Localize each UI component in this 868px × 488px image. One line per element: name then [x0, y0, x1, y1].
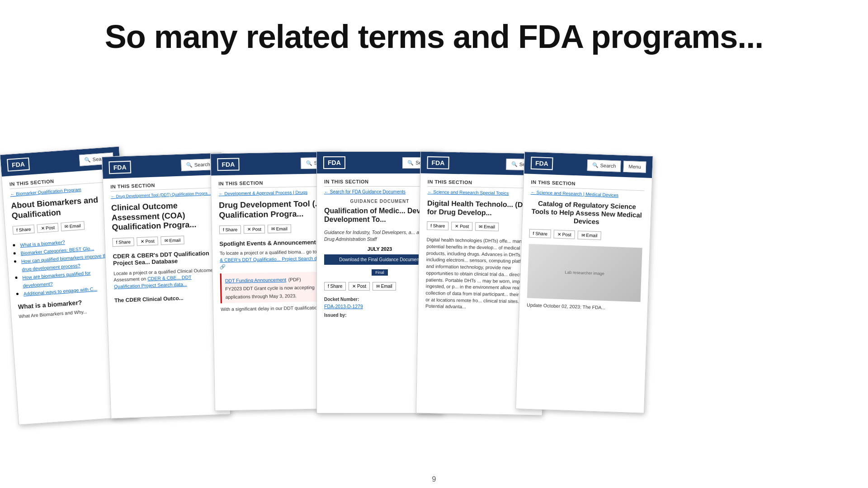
share-btn-3[interactable]: f Share	[219, 225, 241, 235]
fda-logo-6: FDA	[531, 157, 553, 170]
coa-body-text: Locate a project or a qualified Clinical…	[113, 267, 218, 290]
search-icon-1: 🔍	[84, 156, 91, 163]
email-btn-4[interactable]: ✉ Email	[373, 282, 396, 291]
search-icon-2: 🔍	[186, 162, 193, 168]
social-buttons-1: f Share ✕ Post ✉ Email	[13, 219, 118, 235]
share-btn-5[interactable]: f Share	[427, 221, 449, 230]
catalog-image: Lab researcher image	[527, 244, 642, 302]
page-title: So many related terms and FDA programs..…	[0, 0, 868, 69]
post-btn-5[interactable]: ✕ Post	[451, 222, 472, 231]
search-icon-3: 🔍	[306, 160, 312, 166]
catalog-footer-text: Update October 02, 2023: The FDA...	[527, 302, 640, 312]
share-btn-2[interactable]: f Share	[112, 237, 134, 247]
card-title-2: Clinical Outcome Assessment (COA) Qualif…	[111, 200, 217, 233]
social-buttons-6: f Share ✕ Post ✉ Email	[529, 229, 643, 242]
cards-container: FDA 🔍 Search IN THIS SECTION ← Biomarker…	[0, 69, 868, 394]
final-badge: Final	[372, 269, 388, 276]
search-icon-6: 🔍	[592, 162, 598, 168]
email-btn-5[interactable]: ✉ Email	[475, 222, 499, 231]
email-btn-2[interactable]: ✉ Email	[160, 235, 184, 245]
post-btn-2[interactable]: ✕ Post	[137, 236, 158, 246]
section-link-2[interactable]: ← Drug Development Tool (DDT) Qualificat…	[111, 191, 215, 199]
fda-logo-2: FDA	[108, 161, 131, 174]
post-btn-6[interactable]: ✕ Post	[554, 230, 575, 239]
post-btn-3[interactable]: ✕ Post	[244, 225, 265, 234]
fda-logo-3: FDA	[217, 158, 239, 171]
ddt-funding-link[interactable]: DDT Funding Announcement	[225, 277, 286, 283]
search-icon-4: 🔍	[407, 160, 414, 166]
search-icon-5: 🔍	[511, 161, 518, 167]
section-label-2: IN THIS SECTION	[110, 180, 215, 192]
section-label-4: IN THIS SECTION	[324, 179, 435, 187]
share-btn-4[interactable]: f Share	[324, 282, 346, 291]
search-button-6[interactable]: 🔍 Search	[587, 160, 621, 172]
card-title-1: About Biomarkers and Qualification	[11, 194, 116, 221]
guidance-label: GUIDANCE DOCUMENT	[324, 199, 435, 204]
social-buttons-2: f Share ✕ Post ✉ Email	[112, 235, 217, 247]
card-title-6: Catalog of Regulatory Science Tools to H…	[529, 199, 644, 228]
coa-footer-heading: The CDER Clinical Outco...	[114, 294, 219, 304]
section-link-5[interactable]: ← Science and Research Special Topics	[427, 189, 538, 196]
menu-button-6[interactable]: Menu	[623, 160, 646, 173]
share-btn-6[interactable]: f Share	[529, 229, 551, 239]
page-number: 9	[432, 475, 436, 483]
post-btn-4[interactable]: ✕ Post	[349, 282, 370, 291]
docket-number[interactable]: FDA-2013-D-1279	[324, 304, 363, 309]
fda-logo-5: FDA	[427, 156, 449, 169]
share-btn-1[interactable]: f Share	[13, 225, 35, 235]
coa-subheading: CDER & CBER's DDT Qualification Project …	[113, 249, 217, 267]
post-btn-1[interactable]: ✕ Post	[37, 223, 59, 233]
card-catalog: FDA 🔍 Search Menu IN THIS SECTION ← Scie…	[515, 151, 653, 413]
section-label-5: IN THIS SECTION	[428, 179, 539, 188]
section-link-6[interactable]: ← Science and Research | Medical Devices	[531, 190, 644, 199]
card-title-4: Qualification of Medic... Device Develop…	[324, 206, 435, 224]
fda-logo-1: FDA	[7, 157, 30, 171]
email-btn-1[interactable]: ✉ Email	[61, 221, 85, 232]
fda-logo-4: FDA	[323, 156, 345, 169]
email-btn-6[interactable]: ✉ Email	[577, 230, 601, 240]
email-btn-3[interactable]: ✉ Email	[268, 225, 291, 234]
section-link-4[interactable]: ← Search for FDA Guidance Documents	[324, 189, 435, 194]
section-label-6: IN THIS SECTION	[531, 179, 644, 191]
